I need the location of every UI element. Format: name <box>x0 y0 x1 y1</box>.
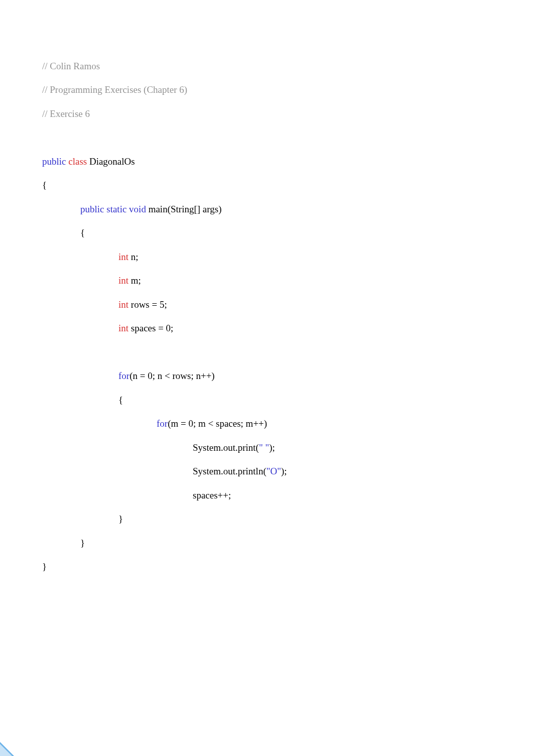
keyword-int: int <box>118 323 128 333</box>
for-outer-cond: (n = 0; n < rows; n++) <box>129 370 215 381</box>
brace-close: } <box>42 561 533 573</box>
println-call: System.out.println( <box>193 466 266 476</box>
code-document: // Colin Ramos // Programming Exercises … <box>42 36 533 596</box>
blank-line <box>42 132 533 144</box>
main-signature: main(String[] args) <box>149 204 222 214</box>
decl-spaces: int spaces = 0; <box>42 322 533 334</box>
comment-exercise: // Exercise 6 <box>42 108 533 120</box>
decl-rows: int rows = 5; <box>42 299 533 311</box>
blank-line <box>42 346 533 358</box>
var-rows: rows = 5; <box>131 299 167 310</box>
for-inner: for(m = 0; m < spaces; m++) <box>42 418 533 430</box>
comment-author: // Colin Ramos <box>42 60 533 72</box>
print-end: ); <box>269 442 275 453</box>
comment-chapter: // Programming Exercises (Chapter 6) <box>42 84 533 96</box>
brace-close: } <box>42 537 533 549</box>
keyword-int: int <box>118 299 128 310</box>
keyword-int: int <box>118 275 128 286</box>
for-inner-cond: (m = 0; m < spaces; m++) <box>168 418 267 429</box>
brace-open: { <box>42 394 533 406</box>
decl-n: int n; <box>42 251 533 263</box>
main-declaration: public static void main(String[] args) <box>42 203 533 215</box>
println-end: ); <box>281 466 287 476</box>
var-spaces: spaces = 0; <box>131 323 174 333</box>
stmt-println: System.out.println("O"); <box>42 465 533 477</box>
string-space: " " <box>259 442 269 453</box>
keyword-void: void <box>129 204 146 214</box>
page-corner-fold <box>0 742 14 756</box>
print-call: System.out.print( <box>193 442 259 453</box>
keyword-for: for <box>118 370 129 381</box>
brace-open: { <box>42 227 533 239</box>
keyword-int: int <box>118 251 128 262</box>
decl-m: int m; <box>42 275 533 287</box>
for-outer: for(n = 0; n < rows; n++) <box>42 370 533 382</box>
stmt-inc: spaces++; <box>42 489 533 501</box>
string-o: "O" <box>266 466 281 476</box>
keyword-for: for <box>157 418 168 429</box>
keyword-class: class <box>68 156 87 167</box>
class-declaration: public class DiagonalOs <box>42 156 533 168</box>
class-name: DiagonalOs <box>89 156 135 167</box>
stmt-print: System.out.print(" "); <box>42 442 533 454</box>
brace-open: { <box>42 179 533 191</box>
keyword-public: public <box>80 204 104 214</box>
var-n: n; <box>131 251 139 262</box>
keyword-static: static <box>106 204 126 214</box>
var-m: m; <box>131 275 141 286</box>
brace-close: } <box>42 513 533 525</box>
keyword-public: public <box>42 156 66 167</box>
